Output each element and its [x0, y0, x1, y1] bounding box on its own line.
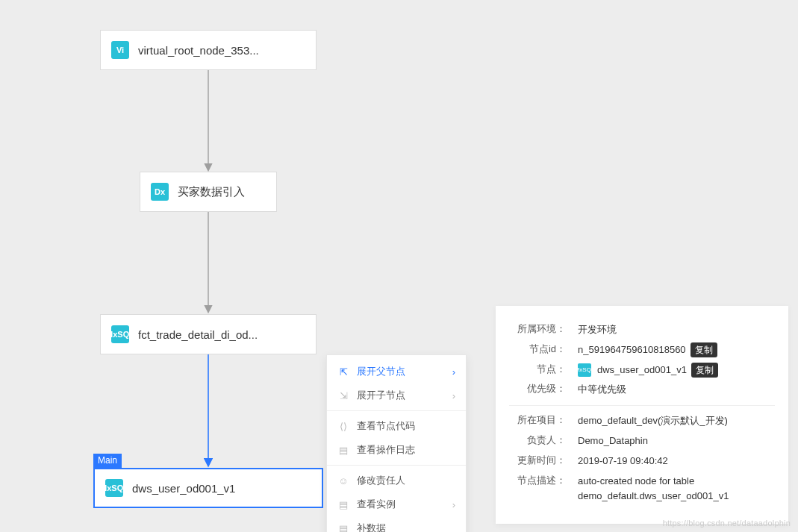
context-menu: ⇱ 展开父节点 › ⇲ 展开子节点 › ⟨⟩ 查看节点代码 ▤ 查看操作日志 ☺…: [326, 354, 467, 532]
menu-divider: [327, 465, 466, 466]
dag-node-virtual-root[interactable]: Vi virtual_root_node_353...: [100, 30, 317, 70]
detail-row-updated: 更新时间： 2019-07-19 09:40:42: [509, 454, 775, 469]
detail-label: 节点：: [509, 363, 566, 376]
log-icon: ▤: [337, 445, 349, 456]
expand-parent-icon: ⇱: [337, 366, 349, 378]
detail-label: 节点id：: [509, 342, 566, 356]
node-details-panel: 所属环境： 开发环境 节点id： n_591964759610818560 复制…: [496, 306, 788, 524]
detail-row-priority: 优先级： 中等优先级: [509, 382, 775, 398]
detail-value: Demo_Dataphin: [578, 434, 775, 449]
backfill-icon: ▤: [337, 523, 349, 533]
dag-canvas[interactable]: Vi virtual_root_node_353... Dx 买家数据引入 Mx…: [0, 0, 798, 532]
detail-label: 所在项目：: [509, 413, 566, 427]
node-label: 买家数据引入: [178, 185, 245, 199]
detail-value: 开发环境: [578, 322, 775, 338]
detail-label: 节点描述：: [509, 474, 566, 487]
copy-button[interactable]: 复制: [691, 363, 718, 378]
dx-icon: Dx: [151, 183, 169, 201]
menu-label: 补数据: [357, 522, 455, 532]
instance-icon: ▤: [337, 499, 349, 510]
expand-child-icon: ⇲: [337, 390, 349, 401]
menu-expand-child[interactable]: ⇲ 展开子节点 ›: [327, 384, 466, 407]
vi-icon: Vi: [111, 41, 129, 59]
detail-value: demo_default_dev(演示默认_开发): [578, 413, 775, 429]
main-tag: Main: [93, 454, 122, 468]
node-label: dws_user_od001_v1: [132, 482, 235, 495]
detail-row-node: 节点： MxSQL dws_user_od001_v1 复制: [509, 363, 775, 378]
menu-view-instance[interactable]: ▤ 查看实例 ›: [327, 492, 466, 516]
detail-label: 所属环境：: [509, 322, 566, 336]
dag-node-fct-trade-detail[interactable]: MxSQL fct_trade_detail_di_od...: [100, 314, 317, 354]
menu-view-log[interactable]: ▤ 查看操作日志: [327, 438, 466, 462]
owner-icon: ☺: [337, 475, 349, 486]
node-label: virtual_root_node_353...: [138, 44, 259, 57]
menu-label: 查看节点代码: [357, 419, 455, 433]
chevron-right-icon: ›: [452, 499, 455, 510]
detail-row-env: 所属环境： 开发环境: [509, 322, 775, 338]
dag-node-dws-user-od001[interactable]: Main MxSQL dws_user_od001_v1: [93, 468, 323, 508]
detail-label: 负责人：: [509, 434, 566, 447]
menu-change-owner[interactable]: ☺ 修改责任人: [327, 469, 466, 492]
detail-value: auto-created node for table demo_default…: [578, 474, 775, 505]
detail-value: 2019-07-19 09:40:42: [578, 454, 775, 469]
code-icon: ⟨⟩: [337, 421, 349, 432]
detail-row-desc: 节点描述： auto-created node for table demo_d…: [509, 474, 775, 505]
detail-divider: [509, 405, 775, 406]
menu-expand-parent[interactable]: ⇱ 展开父节点 ›: [327, 360, 466, 384]
menu-label: 修改责任人: [357, 474, 455, 487]
detail-value: n_591964759610818560 复制: [578, 342, 775, 358]
chevron-right-icon: ›: [452, 390, 455, 401]
detail-row-node-id: 节点id： n_591964759610818560 复制: [509, 342, 775, 358]
chevron-right-icon: ›: [452, 366, 455, 378]
mxsql-icon: MxSQL: [111, 325, 129, 343]
copy-button[interactable]: 复制: [691, 342, 717, 357]
detail-row-project: 所在项目： demo_default_dev(演示默认_开发): [509, 413, 775, 429]
menu-view-code[interactable]: ⟨⟩ 查看节点代码: [327, 414, 466, 438]
detail-label: 优先级：: [509, 382, 566, 395]
detail-value: MxSQL dws_user_od001_v1 复制: [578, 363, 775, 378]
menu-backfill[interactable]: ▤ 补数据: [327, 516, 466, 532]
mxsql-icon: MxSQL: [105, 479, 123, 497]
menu-divider: [327, 410, 466, 411]
menu-label: 展开子节点: [357, 389, 445, 402]
node-label: fct_trade_detail_di_od...: [138, 328, 258, 341]
menu-label: 查看操作日志: [357, 443, 455, 457]
menu-label: 展开父节点: [357, 365, 445, 378]
detail-label: 更新时间：: [509, 454, 566, 467]
detail-value: 中等优先级: [578, 382, 775, 398]
menu-label: 查看实例: [357, 498, 445, 511]
dag-node-buyer-data-ingest[interactable]: Dx 买家数据引入: [140, 172, 277, 212]
mxsql-icon: MxSQL: [578, 363, 591, 377]
detail-row-owner: 负责人： Demo_Dataphin: [509, 434, 775, 449]
